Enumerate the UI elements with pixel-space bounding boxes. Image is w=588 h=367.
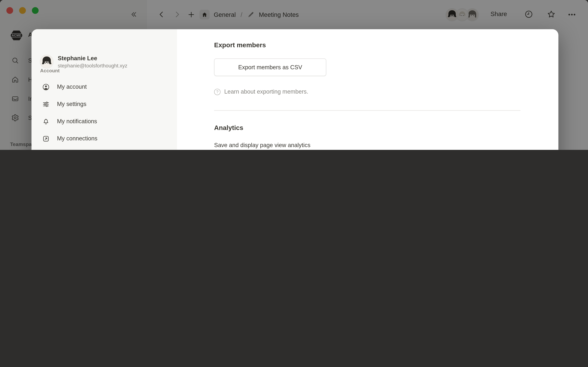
settings-menu-item[interactable]: My account: [36, 78, 173, 96]
account-menu: My account My settings My notifications …: [32, 78, 177, 150]
export-help-link[interactable]: ? Learn about exporting members.: [214, 88, 308, 95]
divider: [214, 110, 520, 111]
settings-menu-item[interactable]: Language & region: [36, 147, 173, 150]
export-members-csv-button[interactable]: Export members as CSV: [214, 58, 326, 76]
menu-item-icon: [42, 100, 50, 108]
analytics-setting-title: Save and display page view analytics: [214, 142, 310, 149]
user-email: stephanie@toolsforthought.xyz: [58, 63, 127, 68]
screen: General / Meeting Notes Share ACME Acme …: [0, 0, 588, 150]
question-icon: ?: [214, 89, 221, 95]
settings-sidebar: Account Stephanie Lee stephanie@toolsfor…: [32, 29, 177, 150]
settings-dialog: Account Stephanie Lee stephanie@toolsfor…: [32, 29, 558, 150]
menu-item-icon: [42, 117, 50, 125]
account-section-label: Account: [40, 68, 60, 73]
user-avatar: [40, 55, 53, 68]
menu-item-icon: [42, 83, 50, 91]
export-members-heading: Export members: [214, 41, 266, 49]
menu-item-icon: [42, 134, 50, 142]
settings-menu-item[interactable]: My notifications: [36, 113, 173, 130]
current-user[interactable]: Stephanie Lee stephanie@toolsforthought.…: [40, 55, 127, 68]
settings-content: Export members Export members as CSV ? L…: [177, 29, 558, 150]
user-name: Stephanie Lee: [58, 55, 127, 62]
analytics-heading: Analytics: [214, 124, 243, 132]
settings-menu-item[interactable]: My settings: [36, 95, 173, 113]
settings-menu-item[interactable]: My connections: [36, 130, 173, 147]
